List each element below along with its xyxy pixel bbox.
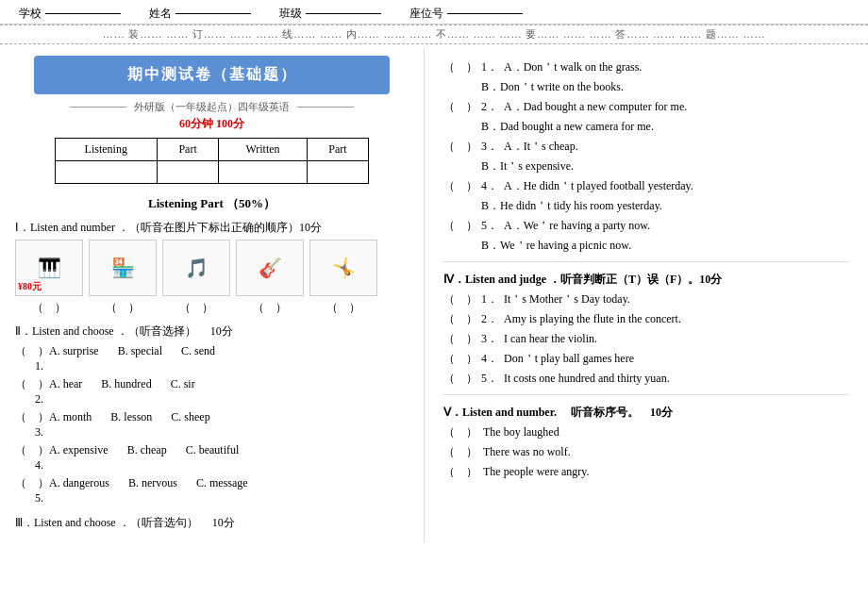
image-row: 🎹 ¥80元 🏪 🎵 🎸 🤸 — [15, 240, 409, 296]
image-2: 🏪 — [89, 240, 157, 296]
class-underline — [306, 13, 381, 14]
score-val-4 — [307, 161, 369, 184]
seat-underline — [447, 13, 523, 14]
top-header: 学校 姓名 班级 座位号 — [0, 0, 868, 25]
divider-1 — [443, 261, 849, 262]
list-item: （ ）4. A. expensive B. cheap C. beautiful — [15, 442, 409, 473]
right-item-1b: B．Don＇t write on the books. — [481, 79, 849, 95]
part3-right-items: （ ） 1． A．Don＇t walk on the grass. B．Don＇… — [443, 59, 849, 254]
image-5: 🤸 — [309, 240, 377, 296]
part2-items: （ ）1. A. surprise B. special C. send （ ）… — [15, 343, 409, 506]
class-field: 班级 — [279, 6, 381, 22]
part3-label: Ⅲ．Listen and choose ．（听音选句） 10分 — [15, 515, 409, 531]
part4-items: （ ） 1． It＇s Mother＇s Day today. （ ） 2． A… — [443, 291, 849, 387]
score-val-2 — [157, 161, 219, 184]
left-column: 期中测试卷（基础题） 外研版（一年级起点）四年级英语 60分钟 100分 Lis… — [0, 48, 425, 542]
part4-header: Ⅳ．Listen and judge ．听音判断正（T）误（F）。10分 — [443, 272, 849, 288]
right-item-2a: （ ） 2． A．Dad bought a new computer for m… — [443, 99, 849, 115]
part5-header: Ⅴ．Listen and number. 听音标序号。 10分 — [443, 405, 849, 421]
divider-2 — [443, 394, 849, 395]
school-label: 学校 — [19, 6, 42, 22]
main-columns: 期中测试卷（基础题） 外研版（一年级起点）四年级英语 60分钟 100分 Lis… — [0, 48, 868, 542]
list-item: （ ）1. A. surprise B. special C. send — [15, 343, 409, 373]
school-field: 学校 — [19, 6, 121, 22]
price-tag: ¥80元 — [18, 280, 42, 293]
paren-5: （ ） — [309, 300, 377, 316]
fold-line: …… 装…… …… 订…… …… …… 线…… …… 内…… …… …… 不……… — [0, 25, 868, 44]
score-val-1 — [55, 161, 157, 184]
exam-title: 期中测试卷（基础题） — [34, 56, 390, 94]
part4-item-5: （ ） 5． It costs one hundred and thirty y… — [443, 371, 849, 387]
name-underline — [175, 13, 251, 14]
seat-label: 座位号 — [409, 6, 443, 22]
class-label: 班级 — [279, 6, 302, 22]
school-underline — [45, 13, 121, 14]
part1-label: Ⅰ．Listen and number ．（听音在图片下标出正确的顺序）10分 — [15, 220, 409, 236]
score-val-3 — [219, 161, 307, 184]
right-item-3a: （ ） 3． A．It＇s cheap. — [443, 139, 849, 155]
listening-title: Listening Part （50%） — [15, 195, 409, 212]
score-col-4: Part — [307, 139, 369, 161]
part5-item-2: （ ） There was no wolf. — [443, 444, 849, 460]
list-item: （ ）5. A. dangerous B. nervous C. message — [15, 475, 409, 506]
exam-subtitle: 外研版（一年级起点）四年级英语 — [15, 100, 409, 114]
right-column: （ ） 1． A．Don＇t walk on the grass. B．Don＇… — [425, 48, 868, 542]
score-col-3: Written — [219, 139, 307, 161]
part4-item-2: （ ） 2． Amy is playing the flute in the c… — [443, 311, 849, 327]
exam-score: 60分钟 100分 — [15, 116, 409, 132]
paren-4: （ ） — [236, 300, 304, 316]
right-item-4a: （ ） 4． A．He didn＇t played football yeste… — [443, 178, 849, 194]
image-4: 🎸 — [236, 240, 304, 296]
score-col-2: Part — [157, 139, 219, 161]
right-item-5b: B．We＇re having a picnic now. — [481, 238, 849, 254]
paren-2: （ ） — [89, 300, 157, 316]
score-table: Listening Part Written Part — [55, 138, 370, 184]
part5-items: （ ） The boy laughed （ ） There was no wol… — [443, 424, 849, 480]
part4-item-3: （ ） 3． I can hear the violin. — [443, 331, 849, 347]
name-label: 姓名 — [149, 6, 172, 22]
right-item-1a: （ ） 1． A．Don＇t walk on the grass. — [443, 59, 849, 75]
part5-item-3: （ ） The people were angry. — [443, 464, 849, 480]
paren-row: （ ） （ ） （ ） （ ） （ ） — [15, 300, 409, 316]
part5-item-1: （ ） The boy laughed — [443, 424, 849, 440]
paren-3: （ ） — [162, 300, 230, 316]
list-item: （ ）2. A. hear B. hundred C. sir — [15, 376, 409, 407]
score-col-1: Listening — [55, 139, 157, 161]
part2-label: Ⅱ．Listen and choose ．（听音选择） 10分 — [15, 324, 409, 340]
list-item: （ ）3. A. month B. lesson C. sheep — [15, 409, 409, 440]
name-field: 姓名 — [149, 6, 251, 22]
right-item-2b: B．Dad bought a new camera for me. — [481, 119, 849, 135]
part4-item-4: （ ） 4． Don＇t play ball games here — [443, 351, 849, 367]
right-item-4b: B．He didn＇t tidy his room yesterday. — [481, 198, 849, 214]
image-1: 🎹 ¥80元 — [15, 240, 83, 296]
page-container: 学校 姓名 班级 座位号 …… 装…… …… 订…… …… …… 线…… …… … — [0, 0, 868, 542]
right-item-3b: B．It＇s expensive. — [481, 158, 849, 174]
part4-item-1: （ ） 1． It＇s Mother＇s Day today. — [443, 291, 849, 307]
paren-1: （ ） — [15, 300, 83, 316]
right-item-5a: （ ） 5． A．We＇re having a party now. — [443, 218, 849, 234]
image-3: 🎵 — [162, 240, 230, 296]
seat-field: 座位号 — [409, 6, 523, 22]
